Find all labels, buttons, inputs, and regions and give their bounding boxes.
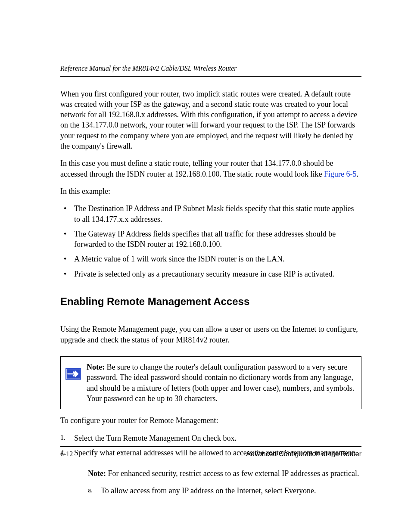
section-heading: Enabling Remote Management Access [60, 295, 361, 308]
footer-section-title: Advanced Configuration of the Router [246, 449, 361, 459]
sub-step-text: To allow access from any IP address on t… [101, 486, 316, 495]
paragraph-2-pre: In this case you must define a static ro… [60, 159, 333, 178]
numbered-list: 1.Select the Turn Remote Management On c… [60, 433, 361, 496]
bullet-list: The Destination IP Address and IP Subnet… [60, 203, 361, 279]
paragraph-4: Using the Remote Management page, you ca… [60, 324, 361, 345]
figure-link[interactable]: Figure 6-5 [324, 170, 357, 178]
bullet-item: A Metric value of 1 will work since the … [60, 254, 361, 264]
note-box: Note: Be sure to change the router's def… [60, 356, 361, 409]
note-label: Note: [87, 363, 105, 371]
header-rule [60, 76, 361, 77]
step-note-label: Note: [88, 469, 106, 478]
bullet-item: The Gateway IP Address fields specifies … [60, 229, 361, 250]
step-note-body: For enhanced security, restrict access t… [106, 469, 359, 478]
note-body: Be sure to change the router's default c… [87, 363, 354, 403]
bullet-item: Private is selected only as a precaution… [60, 269, 361, 279]
paragraph-2: In this case you must define a static ro… [60, 158, 361, 179]
page-number: 6-12 [60, 449, 73, 459]
paragraph-1: When you first configured your router, t… [60, 89, 361, 152]
paragraph-5: To configure your router for Remote Mana… [60, 415, 361, 426]
step-item: 1.Select the Turn Remote Management On c… [60, 433, 361, 443]
page-footer: 6-12 Advanced Configuration of the Route… [60, 446, 361, 459]
sub-step-item: a.To allow access from any IP address on… [88, 485, 361, 496]
footer-rule [60, 446, 361, 447]
running-header: Reference Manual for the MR814v2 Cable/D… [60, 64, 361, 73]
paragraph-3: In this example: [60, 186, 361, 196]
arrow-note-icon [64, 368, 82, 380]
lettered-list: a.To allow access from any IP address on… [74, 485, 361, 496]
step-2-note: Note: For enhanced security, restrict ac… [74, 468, 361, 479]
bullet-item: The Destination IP Address and IP Subnet… [60, 203, 361, 224]
paragraph-2-post: . [357, 170, 359, 178]
note-text: Note: Be sure to change the router's def… [82, 362, 355, 404]
step-text: Select the Turn Remote Management On che… [74, 434, 237, 442]
